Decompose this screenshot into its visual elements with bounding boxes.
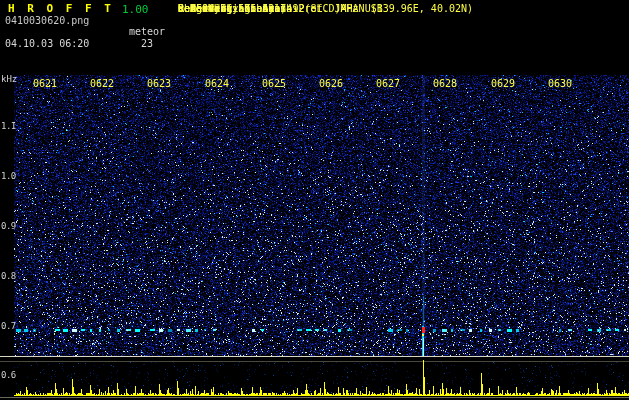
time-tick-label: 0621 (33, 79, 57, 89)
hrofft-window: H R O F F T 1.00 0410030620.png meteor 0… (0, 0, 629, 400)
freq-tick-label: 0.7 (1, 322, 16, 331)
freq-tick-label: 1.1 (1, 122, 16, 131)
time-tick-label: 0629 (491, 79, 515, 89)
observation-datetime: 04.10.03 06:20 (5, 38, 89, 49)
time-tick-label: 0624 (205, 79, 229, 89)
freq-tick-label: 1.0 (1, 172, 16, 181)
app-version: 1.00 (122, 3, 149, 16)
spectrogram-canvas (0, 0, 629, 400)
mode-label: meteor (129, 26, 165, 37)
time-tick-label: 0622 (90, 79, 114, 89)
time-tick-label: 0623 (147, 79, 171, 89)
info-value: : A504HB(yagi 4el) (178, 3, 286, 15)
meteor-count: 23 (141, 38, 153, 49)
output-filename: 0410030620.png (5, 15, 89, 26)
freq-axis-unit: kHz (1, 75, 17, 84)
time-tick-label: 0630 (548, 79, 572, 89)
freq-tick-label: 0.8 (1, 272, 16, 281)
time-tick-label: 0628 (433, 79, 457, 89)
time-tick-label: 0627 (376, 79, 400, 89)
app-logo: H R O F F T (8, 2, 114, 15)
time-tick-label: 0626 (319, 79, 343, 89)
time-tick-label: 0625 (262, 79, 286, 89)
freq-tick-label: 0.6 (1, 371, 16, 380)
freq-tick-label: 0.9 (1, 222, 16, 231)
